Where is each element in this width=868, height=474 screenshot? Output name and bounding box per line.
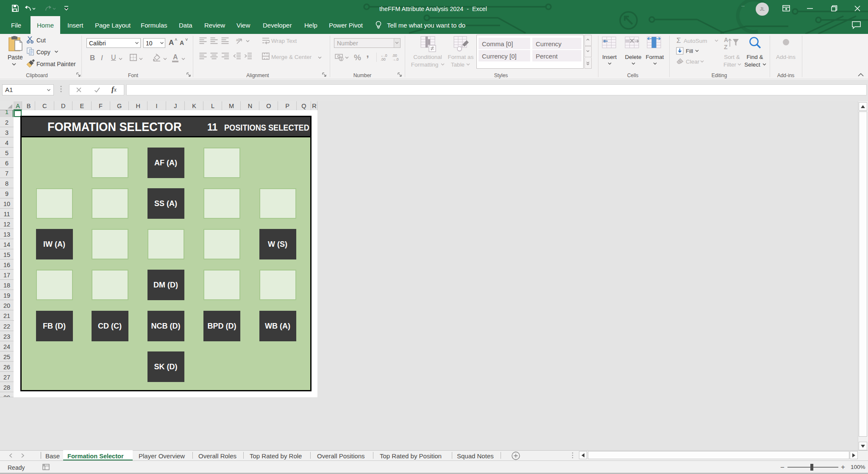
svg-text:A: A (724, 36, 728, 43)
svg-text:ab: ab (236, 38, 240, 42)
svg-text:Z: Z (724, 44, 728, 50)
